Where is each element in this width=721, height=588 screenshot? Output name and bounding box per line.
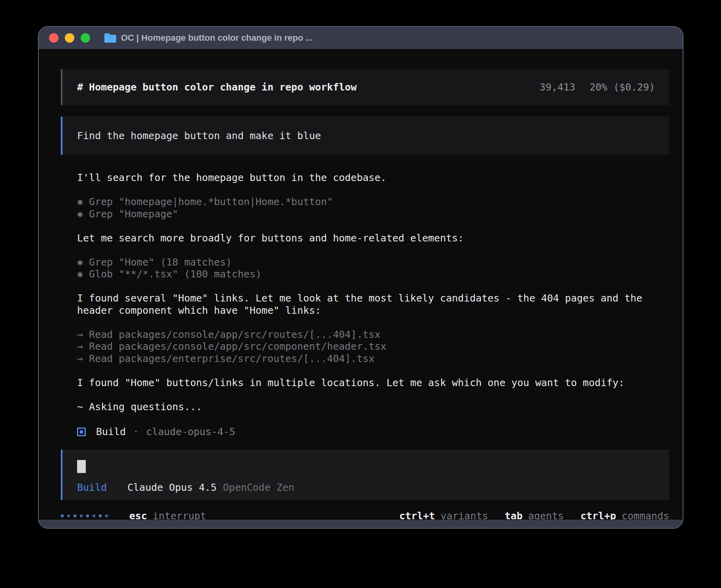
spinner-dots [61,514,108,517]
context-cost: 20% ($0.29) [589,81,655,93]
transcript-line [77,184,669,196]
input-model-label: Claude Opus 4.5 [127,482,217,493]
transcript-line [77,413,669,425]
transcript-line: → Read packages/console/app/src/routes/[… [77,329,669,341]
agent-model: claude-opus-4-5 [146,426,235,437]
transcript-line: ✱ Grep "Homepage" [77,208,669,220]
prompt-input[interactable]: Build Claude Opus 4.5 OpenCode Zen [61,450,669,500]
spinner-dot [61,514,64,517]
session-header: # Homepage button color change in repo w… [61,69,669,105]
hint-label: commands [622,510,669,520]
session-stats: 39,413 20% ($0.29) [540,81,655,93]
window-bottom-edge [39,520,683,529]
transcript-line [77,220,669,232]
transcript-line [77,244,669,256]
transcript-line: Let me search more broadly for buttons a… [77,232,669,245]
assistant-transcript: I'll search for the homepage button in t… [77,172,669,425]
folder-icon [104,33,116,43]
text-cursor [77,460,86,473]
input-provider-label: OpenCode Zen [223,482,294,493]
keyboard-hint: tabagents [505,510,564,520]
token-count: 39,413 [540,81,575,93]
spinner-dot [105,514,108,517]
transcript-line [77,365,669,377]
spinner-dot [80,514,83,517]
hint-label: agents [528,510,564,520]
session-title: # Homepage button color change in repo w… [77,81,357,93]
hint-key: ctrl+t [399,510,435,520]
input-footer: Build Claude Opus 4.5 OpenCode Zen [77,482,655,493]
transcript-line [77,389,669,401]
transcript-line: header component which have "Home" links… [77,305,669,317]
status-bar-left: esc interrupt [61,510,206,520]
terminal-content: # Homepage button color change in repo w… [39,49,683,520]
spinner-dot [74,514,76,517]
agent-name: Build [96,426,126,437]
user-message-text: Find the homepage button and make it blu… [77,130,321,141]
close-button[interactable] [49,33,59,43]
transcript-line: → Read packages/console/app/src/componen… [77,341,669,353]
minimize-button[interactable] [65,33,74,43]
spinner-dot [67,514,70,517]
transcript-line: I'll search for the homepage button in t… [77,172,669,184]
transcript-line: ✱ Grep "homepage|home.*button|Home.*butt… [77,196,669,208]
window-title-group: OC | Homepage button color change in rep… [104,33,313,43]
hint-label: variants [440,510,488,520]
transcript-line: ✱ Grep "Home" (18 matches) [77,256,669,269]
spinner-dot [86,514,89,517]
spinner-dot [99,514,102,517]
hint-key: ctrl+p [580,510,616,520]
transcript-line: → Read packages/enterprise/src/routes/[.… [77,353,669,365]
esc-label: interrupt [153,510,206,520]
zoom-button[interactable] [81,33,90,43]
keyboard-hint: ctrl+pcommands [580,510,669,520]
agent-status-line: Build · claude-opus-4-5 [77,425,669,439]
keyboard-hint: ctrl+tvariants [399,510,488,520]
status-bar: esc interrupt ctrl+tvariantstabagentsctr… [61,510,669,520]
transcript-line: ~ Asking questions... [77,401,669,413]
transcript-line [77,317,669,329]
transcript-line [77,281,669,293]
status-bar-hints: ctrl+tvariantstabagentsctrl+pcommands [399,510,669,520]
transcript-line: ✱ Glob "**/*.tsx" (100 matches) [77,268,669,281]
terminal-window: OC | Homepage button color change in rep… [38,26,683,529]
titlebar[interactable]: OC | Homepage button color change in rep… [39,27,683,49]
input-agent-label: Build [77,482,107,493]
traffic-lights [49,33,90,43]
user-message: Find the homepage button and make it blu… [61,117,669,155]
transcript-line: I found "Home" buttons/links in multiple… [77,377,669,389]
agent-separator: · [133,426,139,437]
esc-key: esc [129,510,147,520]
hint-key: tab [505,510,523,520]
spinner-dot [92,514,95,517]
window-title: OC | Homepage button color change in rep… [121,33,313,43]
transcript-line: I found several "Home" links. Let me loo… [77,292,669,305]
agent-square-icon [77,428,86,436]
